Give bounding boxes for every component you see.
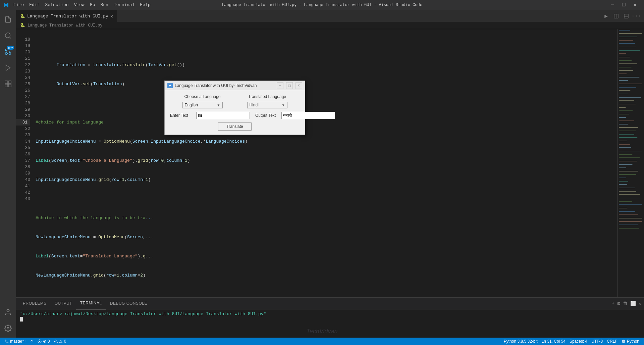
terminal-maximize-button[interactable]: ⬜ (630, 301, 636, 306)
terminal-command-output: "c:/Users/atharv rajawat/Desktop/Languag… (20, 311, 266, 316)
main-layout: 5K+ (0, 10, 644, 338)
source-control-badge: 5K+ (7, 46, 14, 50)
status-branch[interactable]: master*+ (3, 338, 28, 345)
status-language[interactable]: Py Python (620, 338, 641, 345)
status-sync[interactable]: ↻ (28, 338, 36, 345)
gui-io-row: Enter Text Output Text (170, 112, 300, 119)
svg-point-12 (7, 327, 9, 329)
minimap (617, 29, 644, 297)
svg-text:Py: Py (623, 341, 625, 342)
sidebar-item-source-control[interactable]: 5K+ (0, 44, 16, 60)
sidebar-item-files[interactable] (0, 11, 16, 28)
svg-point-0 (5, 33, 10, 38)
tabs-bar: 🐍 Language Translator with GUI.py ✕ ▶ ·· (16, 10, 644, 22)
gui-window: Language Translator with GUI by- TechVid… (164, 81, 305, 135)
editor-area: 🐍 Language Translator with GUI.py ✕ ▶ ·· (16, 10, 644, 338)
minimize-button[interactable]: ─ (607, 0, 618, 10)
status-python-version[interactable]: Python 3.8.5 32-bit (502, 338, 540, 345)
menu-file[interactable]: File (11, 0, 26, 10)
status-errors[interactable]: ⊗ 0 (36, 338, 52, 345)
svg-rect-15 (624, 14, 628, 18)
title-bar-menu: File Edit Selection View Go Run Terminal… (11, 0, 153, 10)
techvidvan-watermark: TechVidvan (306, 328, 337, 335)
terminal-close-button[interactable]: ✕ (639, 301, 641, 306)
gui-output-lang-arrow: ▼ (282, 103, 285, 107)
maximize-button[interactable]: □ (618, 0, 630, 10)
sidebar-item-search[interactable] (0, 28, 16, 44)
vscode-logo-icon (3, 2, 9, 8)
title-bar: File Edit Selection View Go Run Terminal… (0, 0, 644, 10)
svg-point-2 (9, 53, 11, 55)
gui-translated-lang-label: Translated Language (248, 94, 286, 99)
sidebar-item-account[interactable] (0, 304, 16, 320)
svg-rect-9 (5, 84, 8, 87)
activity-bar-bottom (0, 304, 16, 338)
svg-line-1 (9, 37, 11, 38)
toggle-panel-button[interactable] (621, 11, 631, 21)
split-editor-button[interactable] (611, 11, 621, 21)
gui-maximize-button[interactable]: □ (286, 82, 293, 89)
svg-rect-8 (8, 81, 11, 84)
status-ln-col[interactable]: Ln 31, Col 54 (540, 338, 568, 345)
svg-point-17 (7, 342, 8, 343)
tab-active-file[interactable]: 🐍 Language Translator with GUI.py ✕ (16, 10, 117, 22)
status-warnings[interactable]: ⚠ 0 (52, 338, 68, 345)
menu-edit[interactable]: Edit (26, 0, 42, 10)
svg-marker-6 (6, 65, 10, 71)
terminal-add-button[interactable]: + (612, 301, 614, 306)
menu-go[interactable]: Go (87, 0, 98, 10)
run-button[interactable]: ▶ (601, 11, 611, 21)
gui-close-button[interactable]: × (296, 82, 302, 89)
gui-app-icon (167, 83, 173, 88)
tab-problems[interactable]: PROBLEMS (19, 298, 51, 309)
status-bar: master*+ ↻ ⊗ 0 ⚠ 0 Python 3.8.5 32-bit L… (0, 338, 644, 345)
activity-bar: 5K+ (0, 10, 16, 338)
tab-terminal[interactable]: TERMINAL (76, 297, 106, 309)
python-file-icon: 🐍 (20, 14, 25, 19)
code-editor[interactable]: 18 19 20 21 22 23 24 25 26 27 28 29 30 3… (16, 29, 644, 297)
gui-enter-text-label: Enter Text (170, 113, 194, 118)
sidebar-item-extensions[interactable] (0, 76, 16, 92)
tab-active-label: Language Translator with GUI.py (27, 14, 108, 19)
menu-terminal[interactable]: Terminal (111, 0, 137, 10)
gui-minimize-button[interactable]: − (277, 82, 283, 89)
tab-close-button[interactable]: ✕ (110, 13, 113, 19)
gui-translate-button[interactable]: Translate (218, 122, 252, 131)
gui-title-text: Language Translator with GUI by- TechVid… (175, 83, 274, 88)
terminal-actions: + ⊡ 🗑 ⬜ ✕ (612, 301, 641, 306)
sidebar-item-run[interactable] (0, 60, 16, 76)
svg-point-11 (7, 309, 9, 312)
status-encoding[interactable]: UTF-8 (589, 338, 605, 345)
gui-enter-text-input[interactable] (196, 112, 250, 119)
gui-input-lang-dropdown[interactable]: English ▼ (182, 102, 223, 108)
svg-rect-10 (8, 84, 11, 87)
gui-lang-row: Choose a Language English ▼ Translated L… (170, 94, 300, 108)
header-actions: ▶ ··· (601, 10, 644, 22)
svg-point-4 (5, 53, 7, 55)
gui-output-text-label: Output Text (255, 113, 279, 118)
sidebar-item-settings[interactable] (0, 320, 16, 336)
terminal-split-button[interactable]: ⊡ (617, 301, 620, 306)
menu-run[interactable]: Run (98, 0, 111, 10)
terminal-kill-button[interactable]: 🗑 (623, 301, 628, 306)
menu-view[interactable]: View (71, 0, 87, 10)
status-line-ending[interactable]: CRLF (605, 338, 619, 345)
status-right: Python 3.8.5 32-bit Ln 31, Col 54 Spaces… (502, 338, 641, 345)
gui-output-text-input[interactable] (281, 112, 335, 119)
tab-output[interactable]: OUTPUT (51, 298, 76, 309)
gui-input-lang-value: English (185, 103, 198, 107)
gui-output-lang-value: Hindi (250, 103, 259, 107)
code-content[interactable]: Translation = translator.translate(TextV… (33, 29, 617, 297)
more-actions-button[interactable]: ··· (631, 11, 641, 21)
status-spaces[interactable]: Spaces: 4 (568, 338, 589, 345)
close-button[interactable]: ✕ (629, 0, 641, 10)
title-bar-left: File Edit Selection View Go Run Terminal… (3, 0, 153, 10)
breadcrumb-file[interactable]: 🐍 Language Translator with GUI.py (20, 23, 102, 28)
tab-debug-console[interactable]: DEBUG CONSOLE (106, 298, 151, 309)
gui-output-lang-dropdown[interactable]: Hindi ▼ (247, 102, 287, 108)
menu-selection[interactable]: Selection (42, 0, 71, 10)
menu-help[interactable]: Help (137, 0, 153, 10)
window-title: Language Translator with GUI.py - Langua… (222, 3, 422, 7)
svg-point-18 (5, 340, 6, 341)
gui-output-lang-col: Translated Language Hindi ▼ (235, 94, 300, 108)
